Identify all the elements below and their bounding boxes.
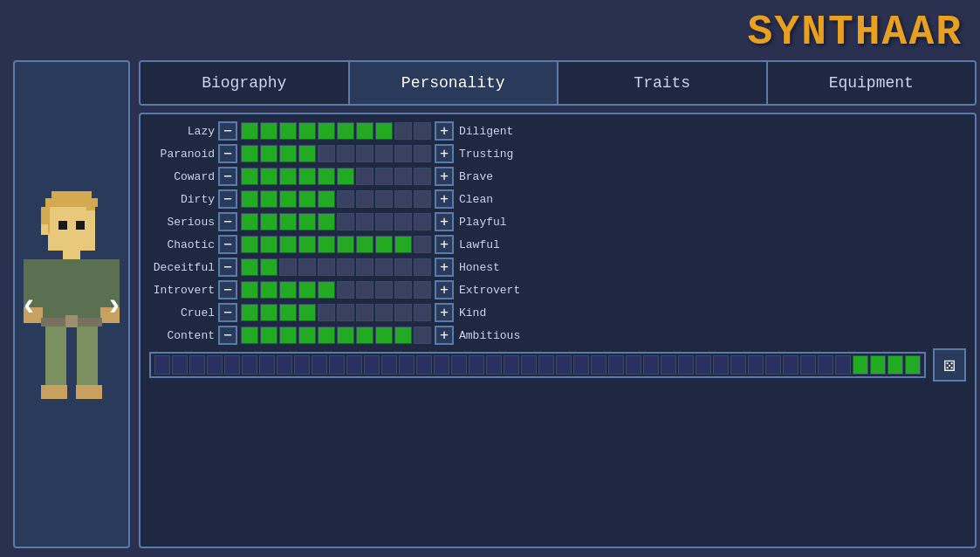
stat-minus-btn[interactable]: −: [218, 326, 237, 345]
stat-minus-btn[interactable]: −: [218, 189, 237, 209]
bar-block: [337, 281, 354, 299]
bar-block: [318, 190, 335, 208]
bar-block: [241, 327, 258, 344]
bar-block: [394, 122, 412, 140]
bar-block: [279, 145, 297, 162]
stat-minus-btn[interactable]: −: [218, 144, 237, 163]
progress-block: [469, 355, 484, 375]
bar-block: [298, 190, 316, 208]
progress-block: [242, 355, 257, 375]
stat-plus-btn[interactable]: +: [435, 167, 454, 186]
stat-plus-btn[interactable]: +: [435, 303, 454, 322]
bar-block: [337, 304, 354, 321]
tab-traits[interactable]: Traits: [559, 62, 768, 104]
bar-block: [279, 258, 297, 276]
stat-right-label: Clean: [459, 193, 524, 206]
progress-block: [451, 355, 467, 375]
stat-bars: [241, 327, 431, 344]
svg-rect-15: [65, 315, 78, 327]
stat-row-content: Content−+Ambitious: [149, 326, 966, 345]
stat-plus-btn[interactable]: +: [435, 258, 454, 277]
stat-plus-btn[interactable]: +: [435, 235, 454, 254]
next-character-button[interactable]: ›: [109, 286, 120, 323]
bar-block: [241, 190, 258, 208]
bar-block: [279, 122, 297, 140]
progress-block: [696, 355, 711, 375]
bar-block: [279, 236, 297, 253]
bar-block: [260, 236, 278, 253]
stat-minus-btn[interactable]: −: [218, 212, 237, 231]
dice-button[interactable]: ⚄: [933, 348, 966, 382]
bar-block: [298, 168, 316, 185]
stat-plus-btn[interactable]: +: [435, 326, 454, 345]
progress-block: [608, 355, 624, 375]
bar-block: [414, 236, 431, 253]
progress-block: [818, 355, 833, 375]
stat-minus-btn[interactable]: −: [218, 303, 237, 322]
bar-block: [394, 190, 412, 208]
progress-block: [573, 355, 589, 375]
progress-block: [643, 355, 659, 375]
svg-rect-9: [41, 259, 102, 320]
bar-block: [356, 236, 373, 253]
tab-biography[interactable]: Biography: [140, 62, 350, 104]
stat-right-label: Playful: [459, 216, 524, 229]
bar-block: [241, 122, 258, 140]
stat-right-label: Ambitious: [459, 329, 524, 342]
tabs-row: BiographyPersonalityTraitsEquipment: [139, 60, 977, 106]
svg-rect-19: [76, 385, 102, 399]
prev-character-button[interactable]: ‹: [24, 286, 34, 323]
bar-block: [356, 213, 373, 230]
bar-block: [318, 281, 335, 299]
bar-block: [394, 236, 412, 253]
bar-block: [394, 304, 412, 321]
bar-block: [375, 304, 393, 321]
progress-block: [434, 355, 449, 375]
stat-minus-btn[interactable]: −: [218, 235, 237, 254]
bar-block: [318, 168, 335, 185]
stat-bars: [241, 258, 431, 276]
bar-block: [279, 168, 297, 185]
bar-block: [337, 145, 354, 162]
bar-block: [414, 190, 431, 208]
bar-block: [260, 122, 278, 140]
bar-block: [260, 190, 278, 208]
progress-block: [887, 355, 903, 375]
bar-block: [241, 168, 258, 185]
stat-plus-btn[interactable]: +: [435, 280, 454, 299]
bar-block: [279, 213, 297, 230]
bar-block: [356, 145, 373, 162]
tab-equipment[interactable]: Equipment: [768, 62, 976, 104]
progress-block: [870, 355, 886, 375]
stat-plus-btn[interactable]: +: [435, 189, 454, 209]
progress-block: [346, 355, 362, 375]
stat-bars: [241, 190, 431, 208]
stat-plus-btn[interactable]: +: [435, 212, 454, 231]
stat-minus-btn[interactable]: −: [218, 167, 237, 186]
progress-block: [277, 355, 292, 375]
stat-minus-btn[interactable]: −: [218, 121, 237, 141]
svg-rect-17: [77, 327, 98, 388]
stat-minus-btn[interactable]: −: [218, 258, 237, 277]
stat-plus-btn[interactable]: +: [435, 121, 454, 141]
bar-block: [375, 190, 393, 208]
bar-block: [356, 168, 373, 185]
tab-personality[interactable]: Personality: [350, 62, 559, 104]
bar-block: [375, 145, 393, 162]
progress-block: [224, 355, 240, 375]
bar-block: [375, 122, 393, 140]
progress-block: [538, 355, 554, 375]
bar-block: [318, 213, 335, 230]
stat-minus-btn[interactable]: −: [218, 280, 237, 299]
progress-block: [416, 355, 432, 375]
bar-block: [414, 145, 431, 162]
progress-block: [172, 355, 188, 375]
stat-bars: [241, 168, 431, 185]
bar-block: [414, 304, 431, 321]
bar-block: [337, 258, 354, 276]
bar-block: [298, 327, 316, 344]
stat-plus-btn[interactable]: +: [435, 144, 454, 163]
bar-block: [337, 190, 354, 208]
bar-block: [414, 168, 431, 185]
bar-block: [298, 258, 316, 276]
